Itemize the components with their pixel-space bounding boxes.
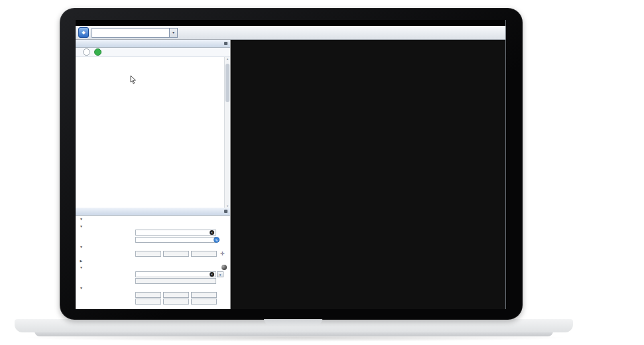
field-name: ✕ xyxy=(76,230,230,236)
bbox-x-input[interactable] xyxy=(135,251,161,257)
scroll-down-icon[interactable]: ▼ xyxy=(225,204,230,208)
bbox-y-input[interactable] xyxy=(163,251,189,257)
scrollbar-thumb[interactable] xyxy=(225,64,229,102)
name-input[interactable]: ✕ xyxy=(135,230,216,236)
tree-view: ▲ ▼ xyxy=(76,57,230,208)
section-arrow-icon: ▼ xyxy=(79,265,84,269)
section-material[interactable]: ▼ xyxy=(76,264,230,271)
page: { "window": { "menu_items": [ {"label":"… xyxy=(0,0,644,345)
chevron-down-icon[interactable]: ▾ xyxy=(170,28,178,38)
mode-selector-value[interactable] xyxy=(92,28,170,38)
section-arrow-icon: ▼ xyxy=(79,217,84,221)
section-more[interactable]: ▶ xyxy=(76,257,230,263)
pin-icon[interactable] xyxy=(224,210,227,213)
translation-y-input[interactable] xyxy=(163,292,189,298)
mouse-cursor xyxy=(130,76,137,84)
main-area: ▲ ▼ ▼ ▼ xyxy=(76,40,505,309)
viewport-3d[interactable] xyxy=(231,40,505,309)
tree-panel-header xyxy=(76,48,230,57)
section-arrow-icon: ▶ xyxy=(79,259,84,263)
scroll-up-icon[interactable]: ▲ xyxy=(225,57,230,60)
expand-all-button[interactable] xyxy=(94,48,101,56)
section-arrow-icon: ▼ xyxy=(79,224,84,228)
section-dimensions[interactable]: ▼ xyxy=(76,243,230,250)
material-sphere-icon[interactable] xyxy=(222,265,227,270)
section-description[interactable]: ▼ xyxy=(76,222,230,229)
translation-x-input[interactable] xyxy=(135,292,161,298)
mode-selector[interactable]: ▾ xyxy=(92,29,178,37)
viewport-wireframe-decor xyxy=(231,40,505,309)
dashed-arrow-decor xyxy=(554,56,644,186)
field-density xyxy=(76,278,230,285)
pin-icon[interactable] xyxy=(224,42,227,45)
move-crosshair-icon[interactable]: ✛ xyxy=(220,251,225,257)
field-material: ✕ ▾ xyxy=(76,271,230,277)
translation-z-input[interactable] xyxy=(191,292,217,298)
tree-panel-title xyxy=(76,40,230,48)
properties-panel-title xyxy=(76,208,230,216)
clear-icon[interactable]: ✕ xyxy=(210,230,214,235)
left-panel: ▲ ▼ ▼ ▼ xyxy=(76,40,231,309)
field-rotation xyxy=(76,299,230,305)
bbox-z-input[interactable] xyxy=(191,251,217,257)
section-arrow-icon: ▼ xyxy=(79,286,84,290)
field-notes: ✎ xyxy=(76,236,230,243)
notes-input[interactable] xyxy=(135,237,216,243)
rotation-y-input[interactable] xyxy=(163,299,189,305)
section-standard-modelling[interactable]: ▼ xyxy=(76,216,230,222)
collapse-all-button[interactable] xyxy=(83,48,90,56)
field-bounding-box: ✛ xyxy=(76,250,230,257)
menu-bar xyxy=(76,20,505,26)
rotation-x-input[interactable] xyxy=(135,299,161,305)
properties-panel: ▼ ▼ ✕ xyxy=(76,216,230,309)
app-window: ◆ ▾ ▲ ▼ xyxy=(76,20,506,309)
rotation-z-input[interactable] xyxy=(191,299,217,305)
section-arrow-icon: ▼ xyxy=(79,245,84,249)
density-input xyxy=(135,278,216,284)
edit-icon[interactable]: ✎ xyxy=(214,237,220,243)
section-transformations[interactable]: ▼ xyxy=(76,285,230,291)
tree-scrollbar[interactable]: ▲ ▼ xyxy=(224,57,230,208)
material-dropdown-icon[interactable]: ▾ xyxy=(217,271,224,277)
field-translation xyxy=(76,291,230,298)
laptop-base-notch xyxy=(264,319,322,325)
material-input[interactable]: ✕ xyxy=(135,271,216,277)
clear-icon[interactable]: ✕ xyxy=(210,272,214,277)
app-menu-button[interactable]: ◆ xyxy=(78,27,89,38)
main-toolbar: ◆ ▾ xyxy=(76,26,505,40)
